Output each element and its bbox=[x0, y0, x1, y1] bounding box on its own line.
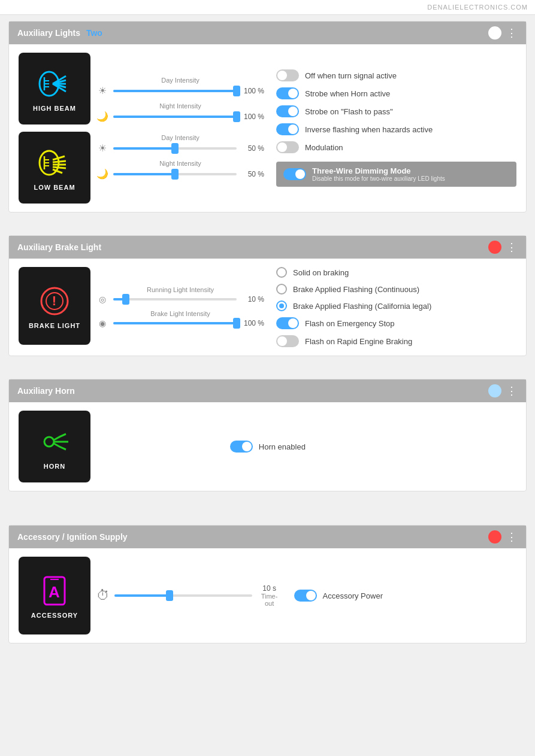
brake-intensity-icon: ◉ bbox=[96, 318, 108, 328]
low-beam-icon-box: LOW BEAM bbox=[19, 132, 90, 204]
option-strobe-flash-pass: Strobe on "Flash to pass" bbox=[276, 105, 516, 117]
option-flashing-california: Brake Applied Flashing (California legal… bbox=[276, 300, 516, 311]
option-label-flash-rapid-engine: Flash on Rapid Engine Braking bbox=[305, 337, 412, 346]
option-flash-emergency-stop: Flash on Emergency Stop bbox=[276, 317, 516, 329]
section-brake-light: Auxiliary Brake Light ⋮ ! BRAKE LIGHT Ru… bbox=[8, 235, 527, 356]
accessory-slider-area: ⏱ 10 s Time-out bbox=[96, 557, 282, 634]
clock-icon: ⏱ bbox=[96, 588, 110, 603]
brake-light-intensity-row: Brake Light Intensity ◉ 100 % bbox=[96, 310, 264, 328]
section-header-brake-light: Auxiliary Brake Light ⋮ bbox=[9, 236, 526, 259]
option-inverse-flash-hazards: Inverse flashing when hazards active bbox=[276, 123, 516, 135]
toggle-strobe-flash-pass[interactable] bbox=[276, 105, 299, 117]
option-flash-rapid-engine: Flash on Rapid Engine Braking bbox=[276, 335, 516, 347]
section-title-accessory: Accessory / Ignition Supply bbox=[17, 532, 483, 542]
option-label-flashing-continuous: Brake Applied Flashing (Continuous) bbox=[293, 285, 419, 294]
day-intensity-track-high[interactable] bbox=[113, 90, 237, 92]
brake-light-intensity-value: 100 % bbox=[241, 319, 264, 327]
section-status-circle-aux-lights[interactable] bbox=[488, 26, 501, 40]
running-light-label: Running Light Intensity bbox=[96, 286, 264, 293]
timeout-track[interactable] bbox=[114, 594, 252, 597]
night-intensity-row-low: Night Intensity 🌙 50 % bbox=[96, 160, 264, 180]
svg-line-12 bbox=[53, 167, 66, 168]
toggle-modulation[interactable] bbox=[276, 141, 299, 153]
sliders-area-brake-light: Running Light Intensity ◎ 10 % Brake Lig… bbox=[96, 267, 264, 347]
section-header-accessory: Accessory / Ignition Supply ⋮ bbox=[9, 526, 526, 548]
radio-flashing-continuous[interactable] bbox=[276, 284, 287, 294]
day-intensity-value-high: 100 % bbox=[241, 87, 264, 95]
accessory-label: ACCESSORY bbox=[31, 612, 78, 619]
option-label-modulation: Modulation bbox=[305, 143, 343, 152]
option-label-strobe-flash-pass: Strobe on "Flash to pass" bbox=[305, 107, 393, 116]
brake-light-intensity-track[interactable] bbox=[113, 322, 237, 324]
high-beam-icon-box: HIGH BEAM bbox=[19, 53, 90, 125]
night-intensity-track-low[interactable] bbox=[113, 173, 237, 175]
option-label-flashing-california: Brake Applied Flashing (California legal… bbox=[293, 302, 431, 311]
option-label-accessory-power: Accessory Power bbox=[323, 591, 383, 600]
section-accessory: Accessory / Ignition Supply ⋮ A ACCESSOR… bbox=[8, 525, 527, 643]
option-label-inverse-flash-hazards: Inverse flashing when hazards active bbox=[305, 125, 433, 134]
section-status-circle-brake-light[interactable] bbox=[488, 241, 501, 254]
day-intensity-label-high: Day Intensity bbox=[96, 77, 264, 84]
radio-flashing-california[interactable] bbox=[276, 300, 287, 311]
toggle-inverse-flash-hazards[interactable] bbox=[276, 123, 299, 135]
svg-line-14 bbox=[53, 161, 66, 162]
low-beam-label: LOW BEAM bbox=[34, 184, 75, 191]
option-label-flash-emergency-stop: Flash on Emergency Stop bbox=[305, 319, 395, 328]
running-light-track[interactable] bbox=[113, 298, 237, 300]
section-status-circle-accessory[interactable] bbox=[488, 530, 501, 544]
section-menu-accessory[interactable]: ⋮ bbox=[506, 530, 518, 544]
section-menu-brake-light[interactable]: ⋮ bbox=[506, 241, 518, 254]
section-title-horn: Auxiliary Horn bbox=[17, 386, 483, 396]
section-body-horn: HORN Horn enabled bbox=[9, 402, 526, 491]
option-solid-braking: Solid on braking bbox=[276, 267, 516, 278]
brake-light-icon: ! bbox=[36, 283, 73, 320]
accessory-icon-box: A ACCESSORY bbox=[19, 557, 90, 634]
option-flashing-continuous: Brake Applied Flashing (Continuous) bbox=[276, 284, 516, 294]
radio-solid-braking[interactable] bbox=[276, 267, 287, 278]
toggle-accessory-power[interactable] bbox=[294, 590, 317, 602]
accessory-icon: A bbox=[36, 572, 73, 609]
option-off-turn-signal: Off when turn signal active bbox=[276, 69, 516, 81]
options-area-accessory: Accessory Power bbox=[288, 557, 516, 634]
toggle-strobe-horn[interactable] bbox=[276, 87, 299, 99]
day-intensity-track-low[interactable] bbox=[113, 147, 237, 150]
section-menu-horn[interactable]: ⋮ bbox=[506, 384, 518, 397]
option-strobe-horn: Strobe when Horn active bbox=[276, 87, 516, 99]
night-intensity-value-low: 50 % bbox=[241, 170, 264, 178]
day-intensity-row-low: Day Intensity ☀ 50 % bbox=[96, 134, 264, 154]
night-intensity-label-high: Night Intensity bbox=[96, 102, 264, 110]
toggle-three-wire[interactable] bbox=[283, 168, 306, 180]
toggle-horn-enabled[interactable] bbox=[230, 441, 253, 453]
option-label-strobe-horn: Strobe when Horn active bbox=[305, 89, 390, 98]
day-intensity-row-high: Day Intensity ☀ 100 % bbox=[96, 77, 264, 96]
option-label-horn-enabled: Horn enabled bbox=[259, 442, 306, 451]
day-intensity-label-low: Day Intensity bbox=[96, 134, 264, 141]
running-light-row: Running Light Intensity ◎ 10 % bbox=[96, 286, 264, 304]
horn-label: HORN bbox=[44, 463, 65, 470]
section-header-horn: Auxiliary Horn ⋮ bbox=[9, 379, 526, 402]
sliders-area-aux-lights: Day Intensity ☀ 100 % Night Intensity 🌙 bbox=[96, 53, 264, 204]
section-body-brake-light: ! BRAKE LIGHT Running Light Intensity ◎ … bbox=[9, 259, 526, 356]
night-intensity-value-high: 100 % bbox=[241, 113, 264, 121]
top-bar: DENALIELECTRONICS.COM bbox=[0, 0, 535, 15]
horn-icon-box: HORN bbox=[19, 411, 90, 482]
option-label-solid-braking: Solid on braking bbox=[293, 268, 349, 277]
brand-text: DENALIELECTRONICS.COM bbox=[427, 4, 528, 11]
night-intensity-row-high: Night Intensity 🌙 100 % bbox=[96, 102, 264, 122]
section-title-aux-lights: Auxiliary Lights Two bbox=[17, 28, 483, 38]
svg-point-23 bbox=[44, 437, 54, 447]
section-status-circle-horn[interactable] bbox=[488, 384, 501, 397]
three-wire-dimming-box: Three-Wire Dimming Mode Disable this mod… bbox=[276, 162, 516, 187]
toggle-flash-rapid-engine[interactable] bbox=[276, 335, 299, 347]
section-menu-aux-lights[interactable]: ⋮ bbox=[506, 26, 518, 40]
svg-text:!: ! bbox=[52, 293, 57, 308]
night-intensity-track-high[interactable] bbox=[113, 116, 237, 118]
three-wire-label: Three-Wire Dimming Mode bbox=[312, 166, 445, 175]
toggle-flash-emergency-stop[interactable] bbox=[276, 317, 299, 329]
toggle-off-turn-signal[interactable] bbox=[276, 69, 299, 81]
section-title-brake-light: Auxiliary Brake Light bbox=[17, 242, 483, 252]
options-area-horn: Horn enabled bbox=[230, 441, 383, 453]
section-header-aux-lights: Auxiliary Lights Two ⋮ bbox=[9, 22, 526, 44]
section-horn: Auxiliary Horn ⋮ HORN Horn enabled bbox=[8, 379, 527, 491]
brake-light-intensity-label: Brake Light Intensity bbox=[96, 310, 264, 317]
